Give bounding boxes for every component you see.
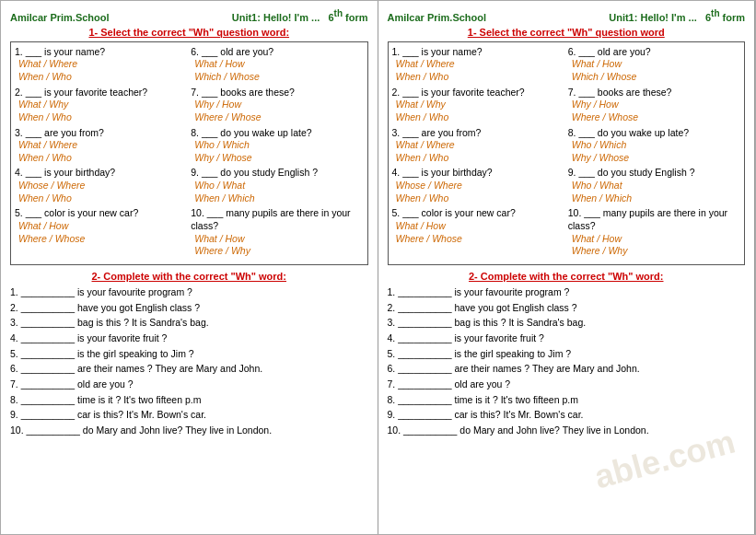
question-number: 7.	[568, 87, 576, 98]
question-number: 2.	[15, 87, 23, 98]
answer-option: What / Where	[396, 139, 564, 152]
fill-number: 3.	[388, 317, 396, 328]
fill-item: 1. __________ is your favourite program …	[10, 285, 368, 299]
answer-option: What / How	[572, 58, 740, 71]
answer-option: Which / Whose	[194, 71, 363, 84]
fill-text: __________ bag is this ? It is Sandra's …	[21, 317, 209, 328]
answer-option: When / Who	[396, 71, 564, 84]
answer-option: What / Where	[396, 58, 564, 71]
fill-text: __________ do Mary and John live? They l…	[27, 425, 273, 436]
answer-option: Whose / Where	[18, 180, 187, 192]
question-text: ___ is your name?	[402, 46, 482, 57]
question-text: ___ old are you?	[202, 46, 273, 57]
question-number: 1.	[392, 46, 401, 57]
left-questions-box: 1. ___ is your name?What / WhereWhen / W…	[10, 41, 368, 265]
right-unit: Unit1: Hello! I'm ... 6th form	[609, 8, 745, 23]
fill-text: __________ are their names ? They are Ma…	[398, 363, 639, 374]
answer-option: Whose / Where	[396, 180, 564, 192]
question-text: ___ many pupils are there in your class?	[568, 207, 727, 231]
left-col-right: 6. ___ old are you?What / HowWhich / Who…	[191, 46, 363, 261]
answer-option: When / Which	[194, 192, 363, 205]
question-text: ___ old are you?	[578, 46, 650, 57]
page-wrapper: Amilcar Prim.School Unit1: Hello! I'm ..…	[0, 0, 756, 535]
answer-option: What / Where	[18, 58, 187, 71]
question-text: ___ books are these?	[578, 87, 671, 98]
question-number: 5.	[15, 207, 23, 218]
fill-item: 2. __________ have you got English class…	[388, 301, 746, 315]
question-item: 2. ___ is your favorite teacher?What / W…	[15, 87, 187, 124]
question-number: 4.	[392, 167, 401, 178]
answer-option: When / Which	[572, 192, 740, 205]
question-item: 2. ___ is your favorite teacher?What / W…	[392, 87, 564, 124]
fill-number: 1.	[388, 286, 396, 297]
answer-option: Where / Whose	[572, 111, 740, 124]
fill-number: 5.	[10, 348, 18, 359]
left-fill-list: 1. __________ is your favourite program …	[10, 285, 368, 437]
answer-option: Who / Which	[194, 139, 363, 152]
left-header: Amilcar Prim.School Unit1: Hello! I'm ..…	[10, 8, 368, 23]
left-section2-title: 2- Complete with the correct "Wh" word:	[10, 271, 368, 282]
answer-option: When / Who	[18, 152, 187, 165]
question-item: 6. ___ old are you?What / HowWhich / Who…	[568, 46, 740, 84]
question-number: 10.	[568, 207, 582, 218]
answer-option: Where / Whose	[194, 111, 363, 124]
fill-number: 9.	[10, 409, 18, 420]
question-item: 7. ___ books are these?Why / HowWhere / …	[191, 87, 363, 124]
question-text: ___ color is your new car?	[26, 207, 139, 218]
question-item: 1. ___ is your name?What / WhereWhen / W…	[392, 46, 564, 84]
fill-number: 6.	[388, 363, 396, 374]
question-number: 2.	[392, 87, 401, 98]
fill-number: 5.	[388, 348, 396, 359]
fill-number: 7.	[10, 378, 18, 390]
answer-option: What / Where	[18, 139, 187, 152]
question-text: ___ do you study English ?	[202, 167, 318, 178]
answer-option: Which / Whose	[572, 71, 740, 84]
answer-option: When / Who	[18, 71, 187, 84]
fill-item: 4. __________ is your favorite fruit ?	[388, 331, 746, 345]
question-text: ___ is your birthday?	[26, 167, 115, 178]
answer-option: Where / Why	[572, 245, 740, 258]
question-item: 5. ___ color is your new car?What / HowW…	[392, 207, 564, 245]
fill-text: __________ old are you ?	[398, 378, 510, 390]
fill-number: 8.	[388, 394, 396, 405]
question-text: ___ do you wake up late?	[202, 127, 312, 138]
fill-item: 1. __________ is your favourite program …	[388, 285, 746, 299]
answer-option: When / Who	[396, 152, 564, 165]
fill-text: __________ old are you ?	[21, 378, 134, 390]
question-item: 8. ___ do you wake up late?Who / WhichWh…	[191, 127, 363, 165]
question-item: 4. ___ is your birthday?Whose / WhereWhe…	[392, 167, 564, 204]
fill-text: __________ is the girl speaking to Jim ?	[398, 348, 571, 359]
answer-option: What / How	[194, 58, 363, 71]
fill-number: 9.	[388, 409, 396, 420]
fill-text: __________ time is it ? It's two fifteen…	[21, 394, 202, 405]
question-item: 9. ___ do you study English ?Who / WhatW…	[568, 167, 740, 204]
question-item: 10. ___ many pupils are there in your cl…	[568, 207, 740, 258]
answer-option: Where / Whose	[18, 233, 187, 246]
fill-item: 8. __________ time is it ? It's two fift…	[10, 393, 368, 407]
question-number: 9.	[568, 167, 576, 178]
right-col-right: 6. ___ old are you?What / HowWhich / Who…	[568, 46, 740, 261]
question-item: 8. ___ do you wake up late?Who / WhichWh…	[568, 127, 740, 165]
question-text: ___ is your favorite teacher?	[26, 87, 148, 98]
fill-item: 7. __________ old are you ?	[10, 378, 368, 391]
fill-text: __________ have you got English class ?	[398, 302, 576, 313]
question-number: 3.	[392, 127, 401, 138]
question-text: ___ is your favorite teacher?	[402, 87, 525, 98]
fill-item: 10. __________ do Mary and John live? Th…	[388, 424, 746, 437]
answer-option: When / Who	[396, 192, 564, 205]
answer-option: Why / How	[194, 99, 363, 111]
answer-option: When / Who	[18, 192, 187, 205]
answer-option: When / Who	[18, 111, 187, 124]
answer-option: Who / Which	[572, 139, 740, 152]
fill-item: 9. __________ car is this? It's Mr. Bown…	[10, 408, 368, 422]
fill-item: 2. __________ have you got English class…	[10, 301, 368, 315]
answer-option: Why / How	[572, 99, 740, 111]
fill-item: 7. __________ old are you ?	[388, 378, 746, 391]
question-number: 5.	[392, 207, 401, 218]
question-item: 1. ___ is your name?What / WhereWhen / W…	[15, 46, 187, 84]
question-number: 4.	[15, 167, 23, 178]
question-text: ___ are you from?	[402, 127, 481, 138]
fill-text: __________ car is this? It's Mr. Bown's …	[398, 409, 583, 420]
fill-item: 10. __________ do Mary and John live? Th…	[10, 424, 368, 437]
answer-option: What / How	[572, 233, 740, 246]
